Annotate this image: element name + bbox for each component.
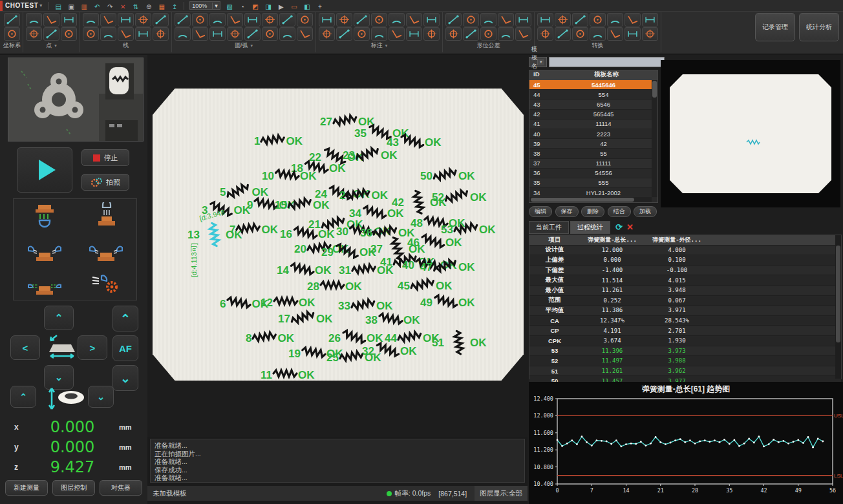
image-icon[interactable]: ▧ <box>224 2 235 11</box>
clipboard-icon[interactable]: ▣ <box>66 2 76 11</box>
template-button-加载[interactable]: 加载 <box>634 206 657 217</box>
autofocus-button[interactable]: AF <box>112 335 138 361</box>
print-icon[interactable]: ▥ <box>79 2 89 11</box>
tool-icon[interactable] <box>279 13 295 26</box>
palette-icon[interactable]: ◨ <box>263 2 273 11</box>
tool-icon[interactable] <box>389 13 405 26</box>
tool-icon[interactable] <box>537 13 553 26</box>
grid-icon[interactable]: ▦ <box>156 2 167 11</box>
screen-icon[interactable]: ▭ <box>289 2 299 11</box>
capture-button[interactable]: 拍照 <box>81 174 129 191</box>
tool-icon[interactable] <box>61 27 77 41</box>
tool-icon[interactable] <box>354 13 370 26</box>
sidebar-button-图层控制[interactable]: 图层控制 <box>52 480 95 496</box>
tool-icon[interactable] <box>118 13 134 26</box>
table-row[interactable]: 34 HYL21-2002 <box>529 188 652 197</box>
side-light-a-button[interactable] <box>14 233 75 266</box>
table-row[interactable]: 41 11114 <box>529 120 652 129</box>
statistics-analysis-button[interactable]: 统计分析 <box>799 13 839 41</box>
tool-icon[interactable] <box>26 13 42 26</box>
camera-view[interactable] <box>8 58 144 142</box>
tool-icon[interactable] <box>319 13 335 26</box>
tool-icon[interactable] <box>61 13 77 26</box>
tool-icon[interactable] <box>43 13 59 26</box>
tool-icon[interactable] <box>463 27 479 41</box>
template-preview[interactable] <box>661 60 840 207</box>
tool-icon[interactable] <box>4 27 20 41</box>
close-icon[interactable]: ✕ <box>626 222 634 232</box>
tool-icon[interactable] <box>319 27 335 41</box>
tool-icon[interactable] <box>26 27 42 41</box>
tool-icon[interactable] <box>43 27 59 41</box>
redo-icon[interactable]: ↷ <box>105 2 115 11</box>
stop-button[interactable]: 停止 <box>81 149 129 166</box>
template-search-input[interactable] <box>549 57 665 67</box>
tool-icon[interactable] <box>297 27 313 41</box>
logo-menu-caret[interactable]: ▾ <box>39 3 42 8</box>
stage-up-button[interactable]: ⌃ <box>44 306 74 330</box>
sidebar-button-新建测量[interactable]: 新建测量 <box>5 480 48 496</box>
stats-vscrollbar[interactable] <box>835 235 841 379</box>
plus-icon[interactable]: + <box>315 2 325 11</box>
template-filter-dropdown[interactable]: 模板名称 ▾ <box>529 57 547 67</box>
tool-icon[interactable] <box>83 27 99 41</box>
tool-icon[interactable] <box>480 13 496 26</box>
tool-icon[interactable] <box>100 13 116 26</box>
tool-icon[interactable] <box>515 13 531 26</box>
record-management-button[interactable]: 记录管理 <box>755 13 795 41</box>
tool-icon[interactable] <box>227 13 243 26</box>
z-down-button[interactable]: ⌄ <box>88 386 114 408</box>
tool-icon[interactable] <box>642 27 658 41</box>
template-vscrollbar[interactable] <box>652 80 657 197</box>
export-icon[interactable]: ↥ <box>169 2 180 11</box>
template-button-编辑[interactable]: 编辑 <box>529 206 552 217</box>
tool-icon[interactable] <box>445 13 462 26</box>
tool-icon[interactable] <box>209 13 226 26</box>
zoom-select[interactable]: 100% ▾ <box>189 1 220 10</box>
refresh-icon[interactable]: ⟳ <box>615 222 623 232</box>
tool-icon[interactable] <box>498 13 514 26</box>
table-row[interactable]: 40 2223 <box>529 129 652 139</box>
tool-icon[interactable] <box>244 13 261 26</box>
tool-icon[interactable] <box>406 27 422 41</box>
tool-icon[interactable] <box>100 27 116 41</box>
table-row[interactable]: 36 54556 <box>529 169 652 178</box>
tool-icon[interactable] <box>227 27 243 41</box>
tool-icon[interactable] <box>192 13 208 26</box>
tool-icon[interactable] <box>463 13 479 26</box>
sort-icon[interactable]: ⇅ <box>131 2 141 11</box>
tool-icon[interactable] <box>336 27 352 41</box>
tool-icon[interactable] <box>607 13 623 26</box>
tool-icon[interactable] <box>336 13 352 26</box>
tool-icon[interactable] <box>135 27 151 41</box>
template-button-保存[interactable]: 保存 <box>555 206 579 217</box>
tool-icon[interactable] <box>262 13 278 26</box>
tool-icon[interactable] <box>537 27 553 41</box>
template-hscrollbar[interactable] <box>529 197 652 202</box>
tool-icon[interactable] <box>590 13 606 26</box>
tool-icon[interactable] <box>297 13 313 26</box>
link-icon[interactable]: ⊕ <box>144 2 154 11</box>
tool-icon[interactable] <box>480 27 496 41</box>
light-settings-button[interactable] <box>75 266 136 300</box>
template-button-删除[interactable]: 删除 <box>581 206 604 217</box>
layer-display-toggle[interactable]: 图层显示:全部 <box>475 486 528 501</box>
measurement-stage[interactable]: 27 OK35 OK43 OK1 OK22 OK23 OK18 OK50 OK1… <box>147 55 528 437</box>
tool-icon[interactable] <box>118 27 134 41</box>
tool-icon[interactable] <box>423 13 440 26</box>
table-row[interactable]: 37 11111 <box>529 159 652 169</box>
coaxial-light-button[interactable] <box>75 199 136 233</box>
tool-icon[interactable] <box>4 13 20 26</box>
save-icon[interactable]: ▤ <box>53 2 63 11</box>
bell-icon[interactable]: ◔ <box>237 2 248 11</box>
template-button-结合[interactable]: 结合 <box>608 206 631 217</box>
table-row[interactable]: 35 555 <box>529 178 652 188</box>
z-up-button[interactable]: ⌃ <box>10 386 36 408</box>
tool-icon[interactable] <box>498 27 514 41</box>
focus-up-button[interactable]: ⌃ <box>112 306 138 331</box>
table-row[interactable]: 38 55 <box>529 149 652 158</box>
undo-icon[interactable]: ↶ <box>92 2 102 11</box>
tool-icon[interactable] <box>423 27 440 41</box>
tool-icon[interactable] <box>624 13 641 26</box>
tool-icon[interactable] <box>135 13 151 26</box>
